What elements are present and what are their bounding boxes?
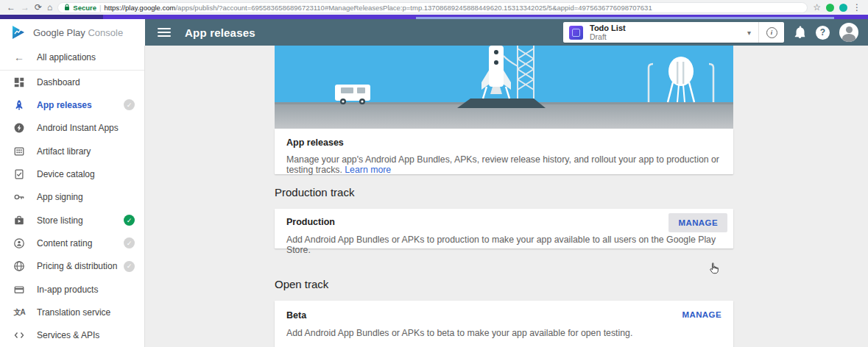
sidebar-item-pricing-distribution[interactable]: Pricing & distribution ✓ (0, 255, 144, 278)
store-listing-icon (13, 214, 26, 227)
learn-more-link[interactable]: Learn more (345, 165, 391, 175)
launchpad-illustration (275, 46, 733, 129)
code-brackets-icon (13, 329, 26, 342)
device-catalog-icon (13, 168, 26, 181)
sidebar-item-android-instant-apps[interactable]: Android Instant Apps (0, 117, 144, 140)
app-selector[interactable]: Todo List Draft ▾ i (563, 22, 784, 43)
mouse-cursor-hand-icon (708, 262, 720, 275)
page-title: App releases (185, 26, 255, 39)
forward-icon[interactable]: → (21, 3, 29, 12)
secure-label: Secure (73, 4, 96, 12)
sidebar-item-content-rating[interactable]: Content rating ✓ (0, 232, 144, 254)
production-track-card: Production MANAGE Add Android App Bundle… (275, 209, 733, 248)
back-icon[interactable]: ← (7, 3, 15, 12)
url-domain: https://play.google.com (104, 4, 175, 12)
account-avatar[interactable] (839, 23, 858, 42)
card-icon (13, 283, 26, 296)
sidebar-item-device-catalog[interactable]: Device catalog (0, 162, 144, 185)
dashboard-icon (13, 76, 26, 89)
extension-icon[interactable] (839, 4, 847, 12)
sidebar-nav: ← All applications Dashboard App release… (0, 46, 145, 347)
reload-icon[interactable]: ⟳ (35, 3, 42, 12)
sidebar-item-translation-service[interactable]: 文A Translation service (0, 301, 144, 323)
menu-hamburger-icon[interactable] (158, 26, 171, 39)
sidebar-item-all-applications[interactable]: ← All applications (0, 46, 144, 70)
app-meta: Todo List Draft (590, 24, 626, 42)
sidebar-item-app-signing[interactable]: App signing (0, 186, 144, 209)
browser-toolbar: ← → ⟳ ⌂ Secure | https://play.google.com… (0, 0, 868, 15)
header-actions: Todo List Draft ▾ i ? (563, 22, 868, 43)
product-name: Google Play Console (33, 27, 123, 38)
sidebar-item-artifact-library[interactable]: Artifact library (0, 140, 144, 162)
sidebar-item-in-app-products[interactable]: In-app products (0, 278, 144, 301)
intro-card-title: App releases (286, 137, 721, 148)
beta-card-title: Beta (286, 310, 721, 321)
globe-icon (13, 260, 26, 273)
instant-apps-icon (13, 121, 26, 135)
extension-icon[interactable] (826, 4, 834, 12)
selected-app-status: Draft (590, 32, 626, 41)
key-icon (13, 190, 26, 204)
production-track-heading: Production track (275, 186, 733, 199)
browser-menu-icon[interactable]: ⋮ (853, 3, 861, 12)
url-path: /apps/publish/?account=69558365868967231… (175, 4, 652, 12)
pending-check-icon: ✓ (124, 237, 135, 248)
url-text: https://play.google.com/apps/publish/?ac… (104, 4, 652, 12)
sidebar-item-services-apis[interactable]: Services & APIs (0, 324, 144, 347)
manage-production-button[interactable]: MANAGE (668, 213, 727, 232)
app-header: Google Play Console App releases Todo Li… (0, 19, 868, 46)
sidebar-item-store-listing[interactable]: Store listing ✓ (0, 209, 144, 232)
artifact-library-icon (13, 145, 26, 158)
sidebar-item-dashboard[interactable]: Dashboard (0, 71, 144, 93)
app-info-button[interactable]: i (759, 22, 784, 43)
lock-icon (64, 4, 70, 11)
content-rating-icon (13, 237, 26, 250)
sidebar-item-app-releases[interactable]: App releases ✓ (0, 93, 144, 116)
manage-beta-button[interactable]: MANAGE (682, 310, 721, 319)
app-releases-intro-card: App releases Manage your app's Android A… (275, 129, 733, 174)
play-logo-icon (10, 24, 27, 40)
beta-card-description: Add Android App Bundles or APKs to beta … (286, 328, 721, 338)
address-bar[interactable]: Secure | https://play.google.com/apps/pu… (57, 2, 808, 13)
intro-card-description: Manage your app's Android App Bundles, A… (286, 154, 721, 175)
back-arrow-icon: ← (13, 51, 26, 63)
info-icon: i (766, 27, 777, 38)
open-track-card: Beta MANAGE Add Android App Bundles or A… (275, 301, 733, 347)
notifications-bell-icon[interactable] (794, 26, 806, 39)
done-check-icon: ✓ (124, 215, 135, 226)
url-separator: | (99, 4, 101, 12)
pending-check-icon: ✓ (124, 261, 135, 272)
production-card-description: Add Android App Bundles or APKs to produ… (286, 235, 721, 255)
translate-icon: 文A (13, 306, 26, 319)
todo-app-icon (569, 26, 583, 40)
main-content: App releases Manage your app's Android A… (275, 46, 733, 347)
play-console-logo[interactable]: Google Play Console (0, 19, 145, 46)
help-icon[interactable]: ? (816, 26, 830, 40)
pending-check-icon: ✓ (124, 99, 135, 110)
home-icon[interactable]: ⌂ (47, 3, 52, 12)
bookmark-star-icon[interactable]: ☆ (813, 3, 821, 12)
chevron-down-icon[interactable]: ▾ (740, 29, 758, 37)
open-track-heading: Open track (275, 278, 733, 291)
production-card-title: Production (286, 217, 721, 227)
selected-app-name: Todo List (590, 24, 626, 33)
rocket-icon (13, 99, 26, 112)
